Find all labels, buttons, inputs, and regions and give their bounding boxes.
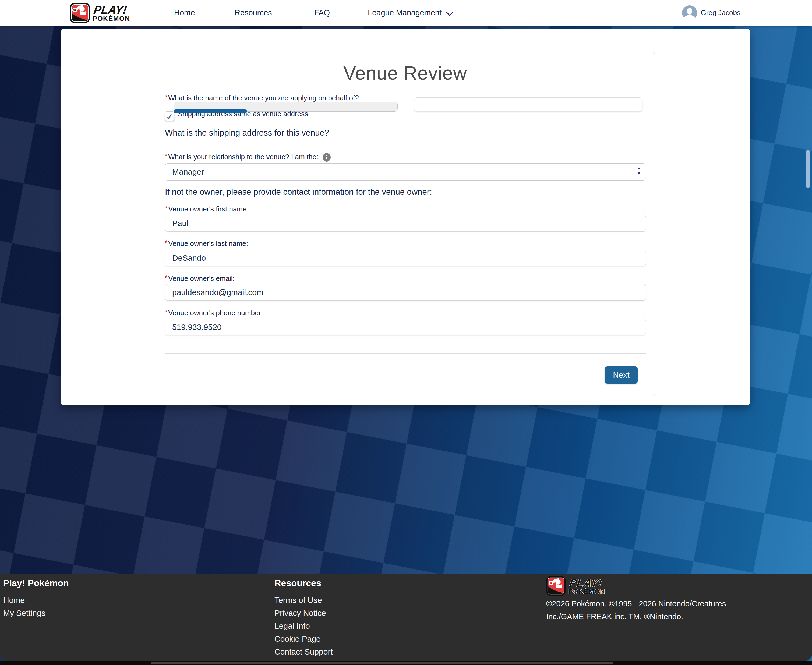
next-button[interactable]: Next: [605, 366, 638, 383]
chevron-down-icon: [446, 8, 453, 16]
page-root: PLAY! POKÉMON ™ Home Resources FAQ Leagu…: [0, 0, 812, 665]
venue-name-secondary-input[interactable]: [414, 97, 642, 111]
spinner-down-icon[interactable]: ▼: [637, 171, 641, 175]
input-focus-bar: [174, 110, 247, 113]
venue-name-label: *What is the name of the venue you are a…: [165, 94, 359, 102]
footer-play-pokemon-logo: PLAY! POKÉMON ™: [546, 575, 625, 597]
page-title: Venue Review: [156, 62, 655, 84]
shipping-question-heading: What is the shipping address for this ve…: [165, 128, 329, 138]
nav-item-resources[interactable]: Resources: [235, 0, 272, 26]
spinner-up-icon[interactable]: ▲: [637, 166, 641, 170]
brand-tm-mark: ™: [602, 592, 605, 595]
required-asterisk: *: [165, 308, 167, 316]
required-asterisk: *: [165, 93, 167, 101]
owner-email-input[interactable]: [165, 284, 646, 301]
nav-item-league-management-label: League Management: [368, 8, 442, 17]
user-menu[interactable]: Greg Jacobs: [682, 0, 740, 26]
required-asterisk: *: [165, 205, 167, 212]
owner-phone-label-text: Venue owner's phone number:: [168, 309, 263, 317]
brand-pokemon-text: POKÉMON: [93, 15, 130, 22]
relationship-selected-value: Manager: [172, 164, 204, 180]
checkmark-icon: ✓: [166, 113, 173, 121]
nav-item-faq[interactable]: FAQ: [314, 0, 330, 26]
owner-first-name-label: *Venue owner's first name:: [165, 205, 249, 213]
required-asterisk: *: [165, 152, 167, 160]
vertical-scrollbar-thumb[interactable]: [806, 150, 810, 188]
owner-phone-input[interactable]: [165, 319, 646, 336]
owner-email-label-text: Venue owner's email:: [168, 274, 234, 282]
owner-last-name-label: *Venue owner's last name:: [165, 239, 248, 248]
footer-link-privacy-notice[interactable]: Privacy Notice: [275, 609, 326, 618]
footer-link-my-settings[interactable]: My Settings: [3, 609, 46, 618]
owner-email-label: *Venue owner's email:: [165, 274, 235, 283]
footer-link-cookie-page[interactable]: Cookie Page: [275, 634, 321, 644]
brand-tm-mark: ™: [127, 20, 130, 22]
footer-link-legal-info[interactable]: Legal Info: [275, 621, 310, 631]
relationship-label: *What is your relationship to the venue?…: [165, 153, 331, 162]
relationship-label-text: What is your relationship to the venue? …: [168, 153, 318, 161]
footer-play-heading: Play! Pokémon: [3, 578, 69, 588]
footer-resources-heading: Resources: [275, 578, 321, 588]
brand-pokemon-text: POKÉMON: [568, 588, 605, 595]
owner-info-heading: If not the owner, please provide contact…: [165, 187, 432, 197]
owner-phone-label: *Venue owner's phone number:: [165, 309, 263, 317]
owner-first-name-input[interactable]: [165, 215, 646, 232]
user-name: Greg Jacobs: [701, 8, 740, 17]
required-asterisk: *: [165, 274, 167, 282]
brand-play-text: PLAY!: [93, 3, 128, 16]
venue-review-card: Venue Review *What is the name of the ve…: [156, 52, 655, 396]
required-asterisk: *: [165, 239, 167, 246]
select-spinner: ▲ ▼: [637, 166, 641, 175]
info-icon[interactable]: i: [323, 153, 331, 162]
relationship-select[interactable]: Manager ▲ ▼: [165, 163, 646, 180]
user-avatar-icon: [682, 5, 697, 20]
venue-name-label-text: What is the name of the venue you are ap…: [168, 94, 359, 102]
footer-link-terms-of-use[interactable]: Terms of Use: [275, 596, 322, 605]
horizontal-scrollbar-thumb[interactable]: [151, 662, 614, 664]
shipping-same-checkbox[interactable]: ✓: [165, 111, 174, 121]
nav-item-home[interactable]: Home: [174, 0, 195, 26]
footer-link-home[interactable]: Home: [3, 596, 25, 605]
play-pokemon-logo[interactable]: PLAY! POKÉMON ™: [70, 3, 151, 23]
owner-last-name-input[interactable]: [165, 250, 646, 266]
footer-copyright: ©2026 Pokémon. ©1995 - 2026 Nintendo/Cre…: [546, 597, 735, 623]
brand-play-text: PLAY!: [568, 577, 602, 589]
nav-item-league-management[interactable]: League Management: [368, 0, 451, 26]
top-navbar: PLAY! POKÉMON ™ Home Resources FAQ Leagu…: [0, 0, 812, 26]
footer-link-contact-support[interactable]: Contact Support: [275, 647, 333, 657]
page-footer: Play! Pokémon Home My Settings Resources…: [0, 573, 812, 661]
owner-last-name-label-text: Venue owner's last name:: [168, 239, 248, 247]
owner-first-name-label-text: Venue owner's first name:: [168, 205, 248, 213]
